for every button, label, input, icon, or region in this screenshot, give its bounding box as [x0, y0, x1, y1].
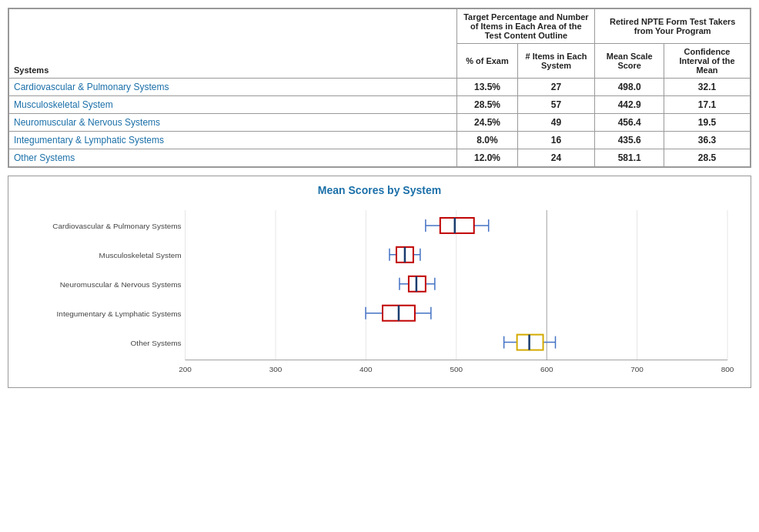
system-name-cell: Neuromuscular & Nervous Systems — [9, 114, 457, 132]
mean-cell: 435.6 — [595, 132, 664, 149]
ci-cell: 36.3 — [664, 132, 750, 149]
ci-label: Confidence Interval of the Mean — [679, 47, 734, 75]
svg-rect-18 — [440, 218, 474, 233]
mean-cell: 581.1 — [595, 149, 664, 167]
table-row: Other Systems12.0%24581.128.5 — [9, 149, 751, 167]
svg-text:Cardiovascular & Pulmonary Sys: Cardiovascular & Pulmonary Systems — [52, 222, 181, 230]
svg-text:Integumentary & Lymphatic Syst: Integumentary & Lymphatic Systems — [57, 309, 182, 318]
mean-cell: 456.4 — [595, 114, 664, 132]
pct-cell: 12.0% — [457, 149, 517, 167]
system-name-cell: Cardiovascular & Pulmonary Systems — [9, 79, 457, 96]
systems-label: Systems — [14, 65, 48, 75]
chart-area: .axis-label { font-family: Arial, sans-s… — [8, 202, 751, 380]
table-body: Cardiovascular & Pulmonary Systems13.5%2… — [9, 79, 751, 167]
pct-cell: 24.5% — [457, 114, 517, 132]
svg-text:Neuromuscular & Nervous System: Neuromuscular & Nervous Systems — [60, 280, 182, 289]
system-name-cell: Other Systems — [9, 149, 457, 167]
svg-text:Musculoskeletal System: Musculoskeletal System — [99, 251, 182, 259]
chart-svg: .axis-label { font-family: Arial, sans-s… — [8, 202, 751, 380]
group2-label: Retired NPTE Form Test Takers from Your … — [610, 17, 735, 35]
ci-col-header: Confidence Interval of the Mean — [664, 44, 750, 79]
ci-cell: 19.5 — [664, 114, 750, 132]
ci-cell: 17.1 — [664, 96, 750, 114]
mean-cell: 498.0 — [595, 79, 664, 96]
table-row: Neuromuscular & Nervous Systems24.5%4945… — [9, 114, 751, 132]
svg-text:300: 300 — [269, 365, 283, 373]
mean-label: Mean Scale Score — [607, 52, 653, 70]
system-name-cell: Musculoskeletal System — [9, 96, 457, 114]
col-system-header: Systems — [9, 9, 457, 79]
items-cell: 49 — [517, 114, 595, 132]
chart-section: Mean Scores by System .axis-label { font… — [8, 176, 751, 388]
table-row: Integumentary & Lymphatic Systems8.0%164… — [9, 132, 751, 149]
table-row: Cardiovascular & Pulmonary Systems13.5%2… — [9, 79, 751, 96]
svg-text:700: 700 — [630, 365, 644, 373]
svg-text:200: 200 — [179, 365, 192, 373]
table-container: Systems Target Percentage and Number of … — [8, 8, 751, 168]
main-table: Systems Target Percentage and Number of … — [8, 8, 751, 167]
chart-title: Mean Scores by System — [8, 184, 751, 196]
header-row-1: Systems Target Percentage and Number of … — [9, 9, 751, 44]
items-cell: 57 — [517, 96, 595, 114]
items-cell: 16 — [517, 132, 595, 149]
system-name-cell: Integumentary & Lymphatic Systems — [9, 132, 457, 149]
ci-cell: 32.1 — [664, 79, 750, 96]
group1-label: Target Percentage and Number of Items in… — [463, 12, 588, 40]
svg-text:800: 800 — [721, 365, 734, 373]
table-row: Musculoskeletal System28.5%57442.917.1 — [9, 96, 751, 114]
mean-cell: 442.9 — [595, 96, 664, 114]
mean-col-header: Mean Scale Score — [595, 44, 664, 79]
items-label: # Items in Each System — [525, 52, 587, 70]
items-cell: 27 — [517, 79, 595, 96]
svg-text:400: 400 — [359, 365, 373, 373]
retired-group-header: Retired NPTE Form Test Takers from Your … — [595, 9, 751, 44]
items-col-header: # Items in Each System — [517, 44, 595, 79]
pct-cell: 13.5% — [457, 79, 517, 96]
ci-cell: 28.5 — [664, 149, 750, 167]
pct-cell: 8.0% — [457, 132, 517, 149]
svg-text:500: 500 — [450, 365, 463, 373]
pct-cell: 28.5% — [457, 96, 517, 114]
target-group-header: Target Percentage and Number of Items in… — [457, 9, 595, 44]
pct-label: % of Exam — [466, 56, 509, 65]
svg-text:Other Systems: Other Systems — [131, 339, 182, 347]
pct-col-header: % of Exam — [457, 44, 517, 79]
svg-text:600: 600 — [540, 365, 553, 373]
items-cell: 24 — [517, 149, 595, 167]
